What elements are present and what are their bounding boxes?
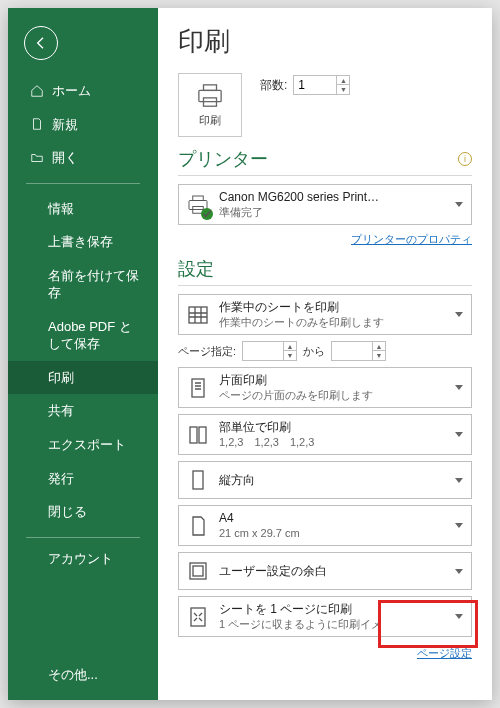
nav-label: ホーム [52, 82, 91, 100]
nav-label: 共有 [48, 402, 74, 420]
collate-dropdown[interactable]: 部単位で印刷1,2,3 1,2,3 1,2,3 [178, 414, 472, 455]
stepper-down-icon[interactable]: ▼ [337, 85, 349, 94]
page-title: 印刷 [178, 24, 472, 59]
printer-status: 準備完了 [219, 205, 445, 220]
nav-label: Adobe PDF として保存 [48, 318, 140, 353]
nav-label: 情報 [48, 200, 74, 218]
chevron-down-icon [455, 523, 463, 528]
pages-from-input[interactable] [243, 342, 283, 360]
nav-label: 名前を付けて保存 [48, 267, 140, 302]
printer-ready-icon [185, 192, 211, 218]
folder-icon [30, 151, 44, 165]
chevron-down-icon [455, 569, 463, 574]
copies-stepper[interactable]: ▲▼ [293, 75, 350, 95]
nav-save-as[interactable]: 名前を付けて保存 [8, 259, 158, 310]
nav-close[interactable]: 閉じる [8, 495, 158, 529]
printer-properties-link[interactable]: プリンターのプロパティ [351, 233, 472, 245]
pages-label: ページ指定: [178, 344, 236, 359]
portrait-icon [185, 467, 211, 493]
copies-input[interactable] [294, 76, 336, 94]
nav-info[interactable]: 情報 [8, 192, 158, 226]
nav-label: エクスポート [48, 436, 126, 454]
chevron-down-icon [455, 385, 463, 390]
pages-to-input[interactable] [332, 342, 372, 360]
svg-rect-0 [204, 84, 217, 90]
nav-open[interactable]: 開く [8, 141, 158, 175]
nav-label: アカウント [48, 550, 113, 568]
sides-dropdown[interactable]: 片面印刷ページの片面のみを印刷します [178, 367, 472, 408]
nav-export[interactable]: エクスポート [8, 428, 158, 462]
svg-rect-6 [189, 307, 207, 323]
nav-print[interactable]: 印刷 [8, 361, 158, 395]
margins-icon [185, 558, 211, 584]
svg-rect-1 [199, 90, 221, 101]
svg-rect-3 [193, 196, 204, 201]
stepper-up-icon[interactable]: ▲ [337, 76, 349, 85]
copies-label: 部数: [260, 77, 287, 94]
nav-publish[interactable]: 発行 [8, 462, 158, 496]
orientation-dropdown[interactable]: 縦方向 [178, 461, 472, 499]
nav-label: その他... [48, 666, 98, 684]
info-icon[interactable]: i [458, 152, 472, 166]
nav-share[interactable]: 共有 [8, 394, 158, 428]
pages-from-stepper[interactable]: ▲▼ [242, 341, 297, 361]
backstage-sidebar: ホーム 新規 開く 情報 上書き保存 名前を付けて保存 Adobe PDF とし… [8, 8, 158, 700]
printer-dropdown[interactable]: Canon MG6200 series Print… 準備完了 [178, 184, 472, 225]
file-icon [30, 117, 44, 131]
nav-save[interactable]: 上書き保存 [8, 225, 158, 259]
print-button[interactable]: 印刷 [178, 73, 242, 137]
chevron-down-icon [455, 478, 463, 483]
svg-rect-9 [199, 427, 206, 443]
chevron-down-icon [455, 432, 463, 437]
nav-account[interactable]: アカウント [8, 542, 158, 576]
svg-rect-10 [193, 471, 203, 489]
paper-size-dropdown[interactable]: A421 cm x 29.7 cm [178, 505, 472, 546]
margins-dropdown[interactable]: ユーザー設定の余白 [178, 552, 472, 590]
back-button[interactable] [24, 26, 58, 60]
nav-label: 新規 [52, 116, 78, 134]
arrow-left-icon [33, 35, 49, 51]
chevron-down-icon [455, 614, 463, 619]
svg-rect-7 [192, 379, 204, 397]
collate-icon [185, 422, 211, 448]
nav-label: 印刷 [48, 369, 74, 387]
nav-label: 閉じる [48, 503, 87, 521]
svg-rect-8 [190, 427, 197, 443]
settings-section-heading: 設定 [178, 257, 214, 281]
page-icon [185, 513, 211, 539]
pages-to-stepper[interactable]: ▲▼ [331, 341, 386, 361]
nav-more[interactable]: その他... [8, 658, 158, 700]
svg-rect-12 [193, 566, 203, 576]
printer-name: Canon MG6200 series Print… [219, 189, 445, 205]
printer-icon [195, 83, 225, 109]
chevron-down-icon [455, 202, 463, 207]
nav-adobe-pdf[interactable]: Adobe PDF として保存 [8, 310, 158, 361]
print-pane: 印刷 印刷 部数: ▲▼ プリンター i [158, 8, 492, 700]
printer-section-heading: プリンター [178, 147, 268, 171]
pages-sep: から [303, 344, 325, 359]
nav-label: 発行 [48, 470, 74, 488]
print-area-dropdown[interactable]: 作業中のシートを印刷 作業中のシートのみを印刷します [178, 294, 472, 335]
nav-home[interactable]: ホーム [8, 74, 158, 108]
page-setup-link[interactable]: ページ設定 [417, 647, 472, 659]
single-side-icon [185, 375, 211, 401]
scaling-dropdown[interactable]: シートを 1 ページに印刷1 ページに収まるように印刷イメ [178, 596, 472, 637]
nav-label: 上書き保存 [48, 233, 113, 251]
sheet-grid-icon [185, 302, 211, 328]
nav-label: 開く [52, 149, 78, 167]
fit-page-icon [185, 604, 211, 630]
chevron-down-icon [455, 312, 463, 317]
nav-new[interactable]: 新規 [8, 108, 158, 142]
home-icon [30, 84, 44, 98]
print-button-label: 印刷 [199, 113, 221, 128]
svg-rect-13 [191, 608, 205, 626]
